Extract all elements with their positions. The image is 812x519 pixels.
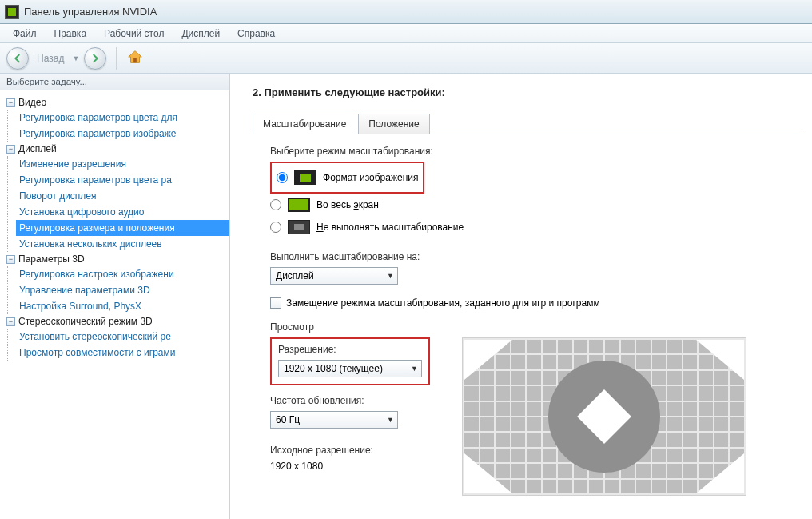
svg-rect-0 bbox=[133, 58, 137, 63]
radio-label: Во весь экран bbox=[316, 199, 379, 210]
menu-display[interactable]: Дисплей bbox=[173, 26, 228, 42]
aspect-ratio-icon bbox=[294, 170, 316, 185]
override-label: Замещение режима масштабирования, заданн… bbox=[286, 297, 600, 309]
tree-link[interactable]: Регулировка параметров цвета для bbox=[16, 110, 229, 126]
tree-category[interactable]: − Дисплей bbox=[3, 142, 229, 156]
menu-help[interactable]: Справка bbox=[229, 26, 283, 42]
combo-value: 60 Гц bbox=[276, 414, 300, 425]
menu-desktop[interactable]: Рабочий стол bbox=[96, 26, 172, 42]
tree-category[interactable]: − Стереоскопический режим 3D bbox=[3, 314, 229, 329]
menubar: Файл Правка Рабочий стол Дисплей Справка bbox=[0, 24, 812, 43]
nvidia-app-icon bbox=[5, 5, 19, 19]
main-panel: 2. Применить следующие настройки: Масшта… bbox=[230, 74, 812, 519]
radio-input[interactable] bbox=[277, 172, 288, 183]
scale-on-combo[interactable]: Дисплей ▼ bbox=[270, 267, 398, 285]
window-title: Панель управления NVIDIA bbox=[24, 6, 157, 18]
chevron-down-icon: ▼ bbox=[387, 272, 394, 280]
section-title: 2. Применить следующие настройки: bbox=[253, 86, 804, 98]
tree-category-label: Видео bbox=[18, 97, 46, 108]
tree-link[interactable]: Установить стереоскопический ре bbox=[16, 329, 229, 345]
resolution-label: Разрешение: bbox=[278, 344, 422, 355]
preview-label: Просмотр bbox=[270, 321, 788, 333]
tree-link-selected[interactable]: Регулировка размера и положения bbox=[16, 220, 229, 236]
tree-category-label: Параметры 3D bbox=[18, 254, 85, 265]
tabstrip: Масштабирование Положение bbox=[253, 113, 804, 134]
tree-collapse-icon[interactable]: − bbox=[6, 317, 15, 326]
radio-aspect-ratio[interactable]: Формат изображения bbox=[277, 166, 418, 189]
checkbox[interactable] bbox=[270, 297, 281, 309]
tree-link[interactable]: Установка цифрового аудио bbox=[16, 204, 229, 220]
tree-link[interactable]: Регулировка параметров изображе bbox=[16, 126, 229, 142]
tree-link[interactable]: Поворот дисплея bbox=[16, 188, 229, 204]
tree-category-label: Дисплей bbox=[18, 143, 57, 154]
tree-link[interactable]: Изменение разрешения bbox=[16, 156, 229, 172]
scale-on-label: Выполнить масштабирование на: bbox=[270, 251, 788, 262]
sidebar: Выберите задачу... − Видео Регулировка п… bbox=[0, 74, 230, 519]
native-resolution-value: 1920 x 1080 bbox=[270, 461, 430, 472]
tree-category[interactable]: − Параметры 3D bbox=[3, 252, 229, 266]
tab-position[interactable]: Положение bbox=[358, 114, 429, 134]
tree-collapse-icon[interactable]: − bbox=[6, 255, 15, 264]
override-checkbox-row[interactable]: Замещение режима масштабирования, заданн… bbox=[270, 297, 788, 309]
tree-link[interactable]: Настройка Surround, PhysX bbox=[16, 298, 229, 314]
highlight-annotation: Разрешение: 1920 x 1080 (текущее) ▼ bbox=[270, 337, 430, 385]
radio-fullscreen[interactable]: Во весь экран bbox=[270, 194, 788, 216]
tree-category[interactable]: − Видео bbox=[3, 95, 229, 110]
sidebar-header: Выберите задачу... bbox=[0, 74, 229, 90]
no-scaling-icon bbox=[288, 220, 310, 234]
tree-link[interactable]: Регулировка настроек изображени bbox=[16, 266, 229, 282]
native-resolution-label: Исходное разрешение: bbox=[270, 445, 430, 456]
navbar: Назад ▼ bbox=[0, 43, 812, 74]
back-dropdown-icon[interactable]: ▼ bbox=[72, 54, 79, 62]
scale-mode-group: Формат изображения Во весь экран Не выпо… bbox=[270, 162, 788, 238]
scaling-panel: Выберите режим масштабирования: Формат и… bbox=[241, 134, 804, 512]
tree-collapse-icon[interactable]: − bbox=[6, 145, 15, 154]
tree-link[interactable]: Установка нескольких дисплеев bbox=[16, 236, 229, 252]
radio-input[interactable] bbox=[270, 222, 281, 233]
task-tree: − Видео Регулировка параметров цвета для… bbox=[0, 90, 229, 365]
monitor-preview bbox=[462, 337, 746, 496]
chevron-down-icon: ▼ bbox=[387, 416, 394, 424]
resolution-combo[interactable]: 1920 x 1080 (текущее) ▼ bbox=[278, 360, 422, 377]
scale-mode-label: Выберите режим масштабирования: bbox=[270, 146, 788, 157]
tree-collapse-icon[interactable]: − bbox=[6, 98, 15, 107]
forward-button[interactable] bbox=[84, 47, 106, 70]
radio-input[interactable] bbox=[270, 199, 281, 210]
menu-file[interactable]: Файл bbox=[5, 26, 45, 42]
radio-label: Формат изображения bbox=[323, 172, 418, 183]
home-button[interactable] bbox=[126, 48, 144, 68]
refresh-combo[interactable]: 60 Гц ▼ bbox=[270, 411, 398, 429]
chevron-down-icon: ▼ bbox=[411, 365, 418, 373]
fullscreen-icon bbox=[288, 198, 310, 212]
tree-link[interactable]: Регулировка параметров цвета ра bbox=[16, 172, 229, 188]
radio-label: Не выполнять масштабирование bbox=[316, 222, 464, 233]
nav-separator bbox=[116, 47, 117, 70]
combo-value: Дисплей bbox=[276, 270, 314, 281]
tree-category-label: Стереоскопический режим 3D bbox=[18, 316, 153, 327]
back-label: Назад bbox=[37, 53, 64, 64]
refresh-label: Частота обновления: bbox=[270, 395, 430, 406]
combo-value: 1920 x 1080 (текущее) bbox=[284, 363, 383, 374]
tree-link[interactable]: Просмотр совместимости с играми bbox=[16, 345, 229, 361]
titlebar: Панель управления NVIDIA bbox=[0, 0, 812, 24]
highlight-annotation: Формат изображения bbox=[270, 162, 424, 194]
tree-link[interactable]: Управление параметрами 3D bbox=[16, 282, 229, 298]
tab-scaling[interactable]: Масштабирование bbox=[253, 114, 356, 134]
radio-no-scaling[interactable]: Не выполнять масштабирование bbox=[270, 216, 788, 238]
back-button[interactable] bbox=[6, 47, 29, 70]
menu-edit[interactable]: Правка bbox=[46, 26, 95, 42]
